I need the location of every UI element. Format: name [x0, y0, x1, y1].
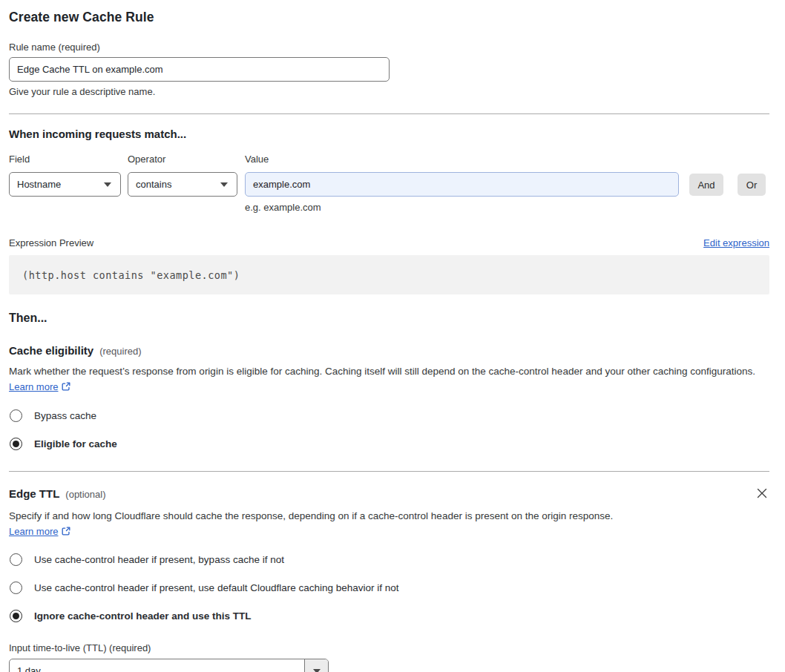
radio-icon — [10, 409, 22, 422]
field-label: Field — [9, 154, 121, 165]
or-button[interactable]: Or — [738, 174, 766, 196]
section-divider — [9, 113, 769, 114]
cache-eligibility-description: Mark whether the request’s response from… — [9, 363, 769, 396]
radio-icon — [10, 553, 22, 566]
cache-eligibility-qualifier: (required) — [99, 346, 141, 357]
ttl-select[interactable]: 1 day — [9, 659, 329, 672]
section-divider — [9, 471, 769, 472]
edge-ttl-heading: Edge TTL — [9, 487, 59, 500]
and-button[interactable]: And — [689, 174, 723, 196]
radio-icon — [10, 582, 22, 594]
match-heading: When incoming requests match... — [9, 128, 769, 140]
cache-eligibility-heading: Cache eligibility — [9, 344, 93, 357]
radio-checked-icon — [10, 610, 22, 622]
caret-down-icon — [220, 182, 228, 187]
edge-ttl-heading-row: Edge TTL (optional) — [9, 487, 769, 503]
rule-name-input[interactable] — [9, 57, 390, 82]
cache-eligibility-heading-row: Cache eligibility (required) — [9, 344, 769, 357]
edge-ttl-qualifier: (optional) — [65, 489, 105, 500]
radio-bypass-cache[interactable]: Bypass cache — [9, 409, 769, 422]
radio-ignore-header-use-ttl[interactable]: Ignore cache-control header and use this… — [9, 610, 769, 622]
expression-preview-label: Expression Preview — [9, 237, 93, 248]
external-link-icon — [61, 381, 71, 396]
radio-use-header-default[interactable]: Use cache-control header if present, use… — [9, 582, 769, 594]
value-input[interactable] — [245, 172, 679, 197]
field-select-value: Hostname — [17, 179, 61, 190]
learn-more-link[interactable]: Learn more — [9, 381, 58, 392]
edit-expression-link[interactable]: Edit expression — [703, 237, 769, 248]
page-title: Create new Cache Rule — [9, 10, 769, 25]
operator-label: Operator — [128, 154, 237, 165]
create-cache-rule-page: Create new Cache Rule Rule name (require… — [0, 0, 785, 672]
radio-eligible-for-cache[interactable]: Eligible for cache — [9, 438, 769, 450]
cache-eligibility-description-text: Mark whether the request’s response from… — [9, 366, 755, 377]
field-select[interactable]: Hostname — [9, 172, 121, 197]
expression-preview-code: (http.host contains "example.com") — [9, 255, 769, 294]
value-label: Value — [245, 154, 679, 165]
radio-label: Ignore cache-control header and use this… — [34, 610, 252, 622]
close-edge-ttl-button[interactable] — [755, 486, 769, 503]
edge-ttl-heading-group: Edge TTL (optional) — [9, 487, 106, 500]
ttl-dropdown-button[interactable] — [304, 659, 328, 672]
radio-checked-icon — [10, 438, 22, 450]
close-icon — [756, 490, 768, 501]
rule-name-label: Rule name (required) — [9, 42, 769, 53]
value-help: e.g. example.com — [245, 202, 769, 213]
edge-ttl-description-text: Specify if and how long Cloudflare shoul… — [9, 510, 613, 521]
then-heading: Then... — [9, 312, 769, 325]
match-controls-row: Hostname contains And Or — [9, 172, 769, 197]
radio-label: Use cache-control header if present, use… — [34, 582, 399, 593]
operator-select[interactable]: contains — [128, 172, 237, 197]
ttl-label: Input time-to-live (TTL) (required) — [9, 642, 769, 653]
expression-preview-row: Expression Preview Edit expression — [9, 237, 769, 248]
external-link-icon — [61, 525, 71, 541]
caret-down-icon — [104, 182, 111, 187]
radio-use-header-bypass[interactable]: Use cache-control header if present, byp… — [9, 553, 769, 566]
radio-label: Bypass cache — [34, 410, 96, 421]
rule-name-help: Give your rule a descriptive name. — [9, 86, 769, 97]
learn-more-link[interactable]: Learn more — [9, 526, 58, 537]
operator-select-value: contains — [136, 179, 171, 190]
ttl-select-value: 1 day — [10, 659, 304, 672]
match-labels-row: Field Operator Value — [9, 154, 769, 165]
caret-down-icon — [313, 669, 321, 672]
radio-label: Use cache-control header if present, byp… — [34, 554, 284, 565]
edge-ttl-description: Specify if and how long Cloudflare shoul… — [9, 508, 629, 541]
radio-label: Eligible for cache — [34, 438, 117, 449]
